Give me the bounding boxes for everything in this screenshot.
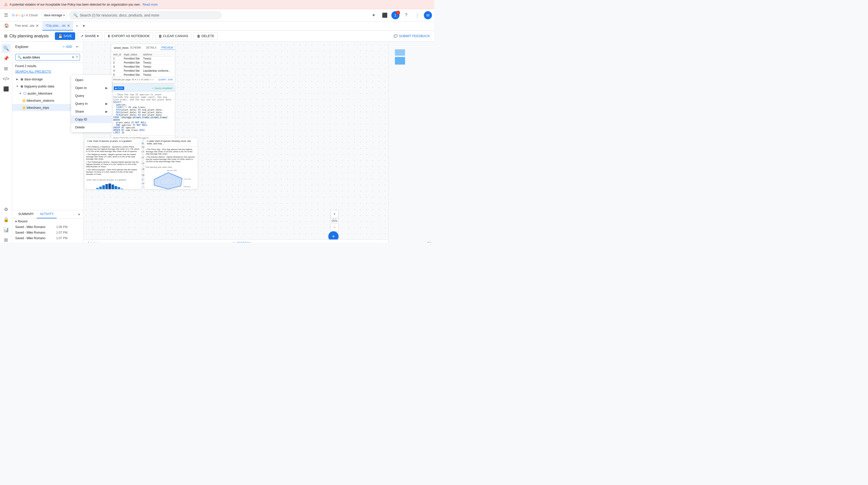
context-open-in-label: Open in [75, 86, 87, 90]
context-open-label: Open [75, 78, 83, 82]
context-menu-open[interactable]: Open [71, 76, 112, 84]
context-query-in-label: Query in [75, 102, 88, 106]
context-copy-id-label: Copy ID [75, 117, 87, 121]
share-arrow-icon: ▶ [105, 110, 108, 113]
context-query-label: Query [75, 94, 84, 97]
context-share-label: Share [75, 110, 84, 113]
open-in-arrow-icon: ▶ [105, 86, 108, 90]
context-menu-share[interactable]: Share ▶ [71, 108, 112, 115]
context-menu-query-in[interactable]: Query in ▶ [71, 99, 112, 108]
context-menu-open-in[interactable]: Open in ▶ [71, 84, 112, 92]
context-menu: Open Open in ▶ Query Query in ▶ Share ▶ … [71, 75, 112, 132]
query-in-arrow-icon: ▶ [105, 102, 108, 106]
context-menu-overlay[interactable] [0, 0, 434, 242]
context-delete-label: Delete [75, 125, 85, 129]
context-menu-query[interactable]: Query [71, 92, 112, 99]
context-menu-copy-id[interactable]: Copy ID [71, 115, 112, 123]
context-menu-delete[interactable]: Delete [71, 123, 112, 131]
